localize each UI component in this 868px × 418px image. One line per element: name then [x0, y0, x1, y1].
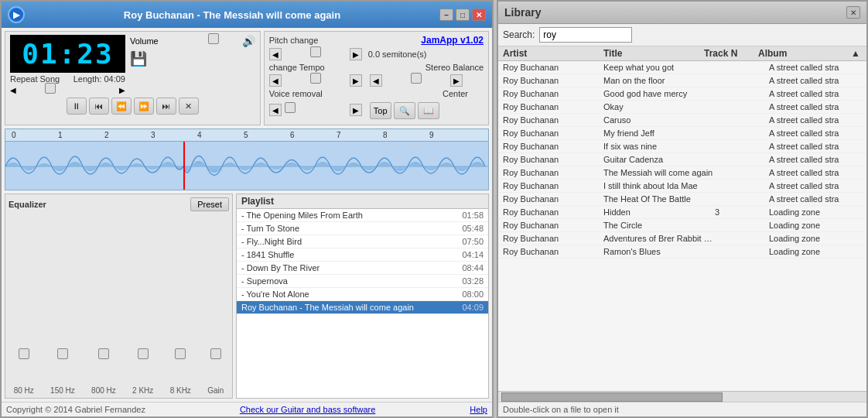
library-row[interactable]: Roy BuchananAdventures of Brer Rabbit & … [498, 232, 866, 245]
eq-slider-80Hz[interactable] [16, 323, 32, 385]
title-bar: ▶ Roy Buchanan - The Messiah will come a… [2, 2, 492, 28]
library-row[interactable]: Roy BuchananThe Messiah will come againA… [498, 166, 866, 180]
stereo-slider[interactable] [385, 77, 447, 84]
rewind-button[interactable]: ⏪ [111, 98, 132, 115]
library-table-body[interactable]: Roy BuchananKeep what you gotA street ca… [498, 61, 866, 391]
playlist-item[interactable]: - Down By The River08:44 [237, 262, 488, 275]
tempo-right-arrow[interactable]: ▶ [350, 74, 362, 87]
library-cell-album: A street called stra [769, 63, 862, 72]
eq-slider-8KHz[interactable] [173, 323, 188, 385]
library-row[interactable]: Roy BuchananMy friend JeffA street calle… [498, 127, 866, 140]
playlist-item[interactable]: - Fly...Night Bird07:50 [237, 235, 488, 248]
eq-slider-150Hz[interactable] [55, 323, 70, 385]
playlist-item[interactable]: Roy Buchanan - The Messiah will come aga… [237, 301, 488, 314]
playlist-track-duration: 04:14 [462, 250, 484, 259]
top-button[interactable]: Top [370, 102, 391, 119]
pitch-left-arrow[interactable]: ◀ [269, 48, 282, 60]
library-row[interactable]: Roy BuchananThe Heat Of The BattleA stre… [498, 193, 866, 206]
library-row[interactable]: Roy BuchananMan on the floorA street cal… [498, 74, 866, 87]
stereo-right-arrow[interactable]: ▶ [450, 74, 463, 87]
library-close-button[interactable]: ✕ [846, 6, 860, 19]
library-row[interactable]: Roy BuchananHidden3Loading zone [498, 206, 866, 219]
playlist-item[interactable]: - Turn To Stone05:48 [237, 222, 488, 235]
library-horizontal-scrollbar[interactable] [498, 391, 866, 402]
library-cell-title: Keep what you got [603, 63, 715, 72]
library-row[interactable]: Roy BuchananGood god have mercyA street … [498, 87, 866, 101]
eq-slider-800Hz[interactable] [96, 323, 111, 385]
playlist-item[interactable]: - Supernova03:28 [237, 275, 488, 288]
search-input[interactable] [539, 27, 632, 43]
library-cell-track [715, 234, 769, 243]
help-link[interactable]: Help [470, 405, 487, 414]
eq-label-3: 2 KHz [132, 386, 153, 395]
close-button[interactable]: ✕ [472, 9, 486, 21]
jamapp-label[interactable]: JamApp v1.02 [421, 35, 484, 46]
window-icon: ▶ [8, 6, 25, 23]
library-cell-track [715, 247, 769, 256]
maximize-button[interactable]: □ [456, 9, 470, 21]
library-title: Library [504, 6, 541, 19]
playlist-item[interactable]: - The Opening Miles From Earth01:58 [237, 209, 488, 222]
repeat-length: Repeat Song Length: 04:09 [10, 74, 125, 84]
tempo-slider[interactable] [285, 77, 347, 84]
seek-slider[interactable] [18, 87, 118, 94]
playlist-track-name: - Turn To Stone [241, 224, 462, 233]
pitch-right-arrow[interactable]: ▶ [350, 48, 362, 60]
library-row[interactable]: Roy BuchananI still think about Ida MaeA… [498, 180, 866, 193]
prev-track-button[interactable]: ⏮ [89, 98, 109, 115]
library-row[interactable]: Roy BuchananCarusoA street called stra [498, 114, 866, 127]
eq-band-2: 800 Hz [91, 323, 116, 395]
library-row[interactable]: Roy BuchananThe CircleLoading zone [498, 219, 866, 232]
col-album: Album [758, 48, 851, 59]
library-cell-track [715, 102, 769, 111]
book-icon-btn[interactable]: 📖 [418, 102, 439, 119]
waveform-section[interactable]: 0 1 2 3 4 5 6 7 8 9 [5, 128, 489, 190]
playlist-track-duration: 08:44 [462, 263, 484, 272]
seek-right-arrow: ▶ [119, 86, 125, 94]
playlist-items[interactable]: - The Opening Miles From Earth01:58- Tur… [237, 209, 488, 398]
library-cell-album: A street called stra [769, 89, 862, 98]
preset-button[interactable]: Preset [190, 197, 229, 211]
playlist-item[interactable]: - You're Not Alone08:00 [237, 288, 488, 301]
library-cell-artist: Roy Buchanan [503, 102, 603, 111]
library-cell-title: Okay [603, 102, 715, 111]
library-row[interactable]: Roy BuchananIf six was nineA street call… [498, 140, 866, 153]
volume-block: Volume 🔊 💾 [130, 35, 255, 67]
speaker-icon: 🔊 [242, 35, 255, 47]
library-row[interactable]: Roy BuchananGuitar CadenzaA street calle… [498, 153, 866, 166]
fast-forward-button[interactable]: ⏩ [134, 98, 154, 115]
tempo-row: ◀ ▶ ◀ ▶ [269, 74, 484, 87]
search-icon-btn[interactable]: 🔍 [394, 102, 415, 119]
pause-button[interactable]: ⏸ [67, 98, 87, 115]
playlist-item[interactable]: - 1841 Shuffle04:14 [237, 248, 488, 262]
eq-slider-2KHz[interactable] [135, 323, 151, 385]
library-row[interactable]: Roy BuchananRamon's BluesLoading zone [498, 245, 866, 259]
minimize-button[interactable]: – [439, 9, 453, 21]
playlist-track-name: - Fly...Night Bird [241, 237, 462, 246]
voice-right-arrow[interactable]: ▶ [350, 104, 362, 116]
library-cell-artist: Roy Buchanan [503, 76, 603, 85]
next-track-button[interactable]: ⏭ [156, 98, 176, 115]
voice-row: ◀ ▶ Top 🔍 📖 [269, 101, 484, 119]
pitch-slider[interactable] [285, 51, 347, 57]
library-row[interactable]: Roy BuchananOkayA street called stra [498, 101, 866, 114]
eq-label-1: 150 Hz [50, 386, 75, 395]
stop-button[interactable]: ✕ [179, 98, 199, 115]
tempo-left-arrow[interactable]: ◀ [269, 74, 282, 87]
software-link[interactable]: Check our Guitar and bass software [240, 405, 375, 414]
ruler-5: 5 [244, 131, 248, 139]
save-icon[interactable]: 💾 [130, 50, 147, 67]
bottom-section: Equalizer Preset 80 Hz150 Hz800 Hz2 KHz8… [5, 194, 489, 399]
playlist-track-name: - You're Not Alone [241, 290, 462, 299]
eq-slider-Gain[interactable] [208, 323, 224, 385]
volume-slider[interactable] [162, 38, 239, 44]
col-track: Track N [704, 48, 758, 59]
eq-label-4: 8 KHz [170, 386, 191, 395]
equalizer-block: Equalizer Preset 80 Hz150 Hz800 Hz2 KHz8… [5, 194, 233, 399]
voice-left-arrow[interactable]: ◀ [269, 104, 282, 116]
library-row[interactable]: Roy BuchananKeep what you gotA street ca… [498, 61, 866, 74]
ruler-4: 4 [197, 131, 202, 139]
library-table-container: Roy BuchananKeep what you gotA street ca… [498, 61, 866, 402]
voice-slider[interactable] [285, 107, 347, 113]
stereo-left-arrow[interactable]: ◀ [370, 74, 382, 87]
